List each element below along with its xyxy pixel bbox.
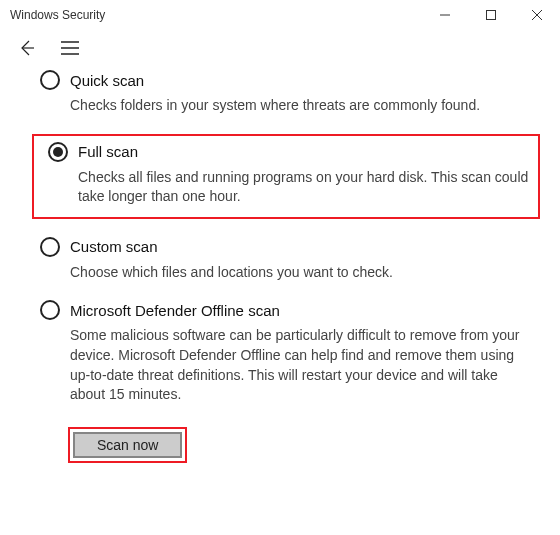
title-bar: Windows Security xyxy=(0,0,560,30)
custom-scan-label: Custom scan xyxy=(70,238,158,255)
scan-options-panel: Quick scan Checks folders in your system… xyxy=(0,66,560,479)
radio-custom-scan[interactable] xyxy=(40,237,60,257)
custom-scan-desc: Choose which files and locations you wan… xyxy=(70,263,536,283)
window-title: Windows Security xyxy=(10,8,105,22)
maximize-button[interactable] xyxy=(468,0,514,30)
minimize-button[interactable] xyxy=(422,0,468,30)
scan-now-button[interactable]: Scan now xyxy=(73,432,182,458)
quick-scan-label: Quick scan xyxy=(70,72,144,89)
radio-full-scan[interactable] xyxy=(48,142,68,162)
toolbar xyxy=(0,30,560,66)
highlight-box-full-scan: Full scan Checks all files and running p… xyxy=(32,134,540,219)
scan-option-quick: Quick scan Checks folders in your system… xyxy=(40,70,536,116)
highlight-box-scan-now: Scan now xyxy=(68,427,187,463)
svg-rect-1 xyxy=(487,11,496,20)
offline-scan-label: Microsoft Defender Offline scan xyxy=(70,302,280,319)
close-button[interactable] xyxy=(514,0,560,30)
full-scan-desc: Checks all files and running programs on… xyxy=(78,168,532,207)
back-button[interactable] xyxy=(14,36,38,60)
scan-option-offline: Microsoft Defender Offline scan Some mal… xyxy=(40,300,536,404)
radio-offline-scan[interactable] xyxy=(40,300,60,320)
full-scan-label: Full scan xyxy=(78,143,138,160)
hamburger-menu-icon[interactable] xyxy=(58,36,82,60)
quick-scan-desc: Checks folders in your system where thre… xyxy=(70,96,536,116)
scan-option-custom: Custom scan Choose which files and locat… xyxy=(40,237,536,283)
offline-scan-desc: Some malicious software can be particula… xyxy=(70,326,536,404)
radio-quick-scan[interactable] xyxy=(40,70,60,90)
